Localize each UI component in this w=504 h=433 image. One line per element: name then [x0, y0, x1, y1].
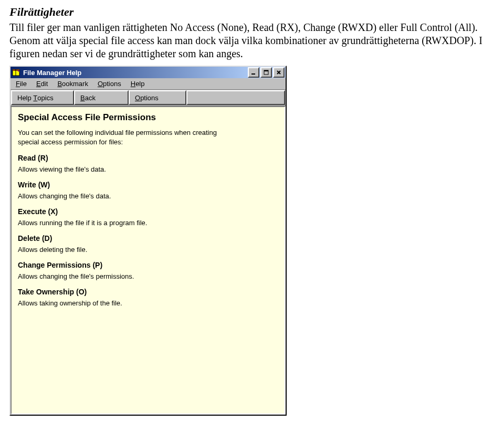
perm-title: Take Ownership (O)	[18, 288, 278, 296]
perm-desc: Allows taking ownership of the file.	[18, 299, 278, 307]
maximize-button[interactable]	[260, 67, 272, 78]
perm-title: Read (R)	[18, 154, 278, 162]
toolbar-options[interactable]: Options	[129, 90, 186, 105]
menu-options[interactable]: Options	[93, 79, 127, 88]
perm-read: Read (R) Allows viewing the file's data.	[18, 154, 278, 173]
perm-desc: Allows running the file if it is a progr…	[18, 219, 278, 227]
minimize-button[interactable]	[248, 67, 259, 78]
perm-delete: Delete (D) Allows deleting the file.	[18, 234, 278, 254]
toolbar: Help Topics Back Options	[10, 90, 286, 106]
perm-take-ownership: Take Ownership (O) Allows taking ownersh…	[18, 288, 278, 307]
perm-desc: Allows changing the file's permissions.	[18, 272, 278, 280]
menu-bookmark[interactable]: Bookmark	[53, 79, 93, 88]
perm-title: Delete (D)	[18, 234, 278, 242]
book-icon	[12, 68, 21, 77]
help-heading: Special Access File Permissions	[18, 112, 278, 123]
doc-paragraph: Till filer ger man vanligen rättigheten …	[9, 21, 492, 60]
perm-desc: Allows changing the file's data.	[18, 192, 278, 200]
perm-execute: Execute (X) Allows running the file if i…	[18, 207, 278, 227]
perm-title: Execute (X)	[18, 207, 278, 216]
help-window: File Manager Help File Edit Bookmark Opt…	[9, 66, 287, 416]
help-intro: You can set the following individual fil…	[18, 128, 228, 146]
toolbar-help-topics[interactable]: Help Topics	[11, 90, 74, 105]
window-title: File Manager Help	[23, 69, 248, 77]
perm-desc: Allows deleting the file.	[18, 246, 278, 254]
window-controls	[248, 67, 285, 78]
perm-title: Change Permissions (P)	[18, 261, 278, 269]
close-button[interactable]	[273, 67, 285, 78]
svg-rect-6	[264, 70, 268, 71]
menu-help[interactable]: Help	[127, 79, 150, 88]
toolbar-back[interactable]: Back	[74, 90, 129, 105]
perm-change-permissions: Change Permissions (P) Allows changing t…	[18, 261, 278, 280]
titlebar[interactable]: File Manager Help	[10, 67, 286, 78]
doc-heading: Filrättigheter	[9, 5, 495, 19]
menu-edit[interactable]: Edit	[32, 79, 53, 88]
toolbar-fill	[186, 90, 285, 105]
help-content: Special Access File Permissions You can …	[10, 106, 286, 415]
menu-file[interactable]: File	[12, 79, 32, 88]
svg-rect-4	[251, 73, 255, 75]
perm-write: Write (W) Allows changing the file's dat…	[18, 181, 278, 200]
perm-desc: Allows viewing the file's data.	[18, 165, 278, 173]
perm-title: Write (W)	[18, 181, 278, 189]
menubar: File Edit Bookmark Options Help	[10, 78, 286, 90]
